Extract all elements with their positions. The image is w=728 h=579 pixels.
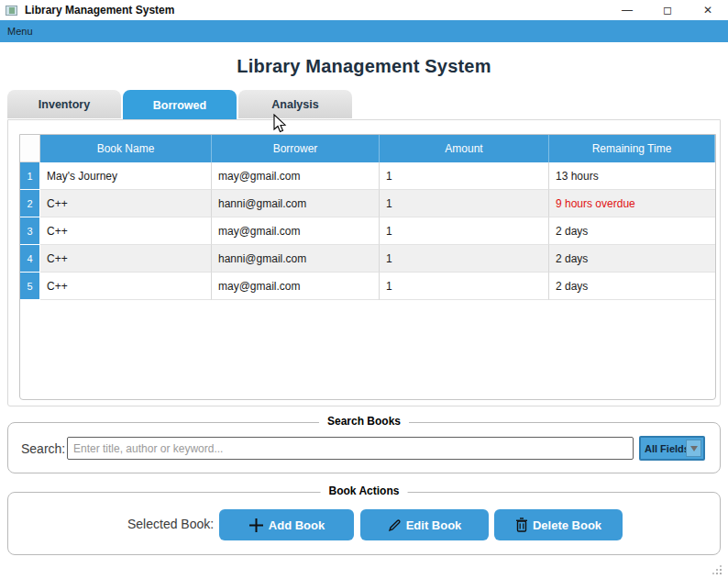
search-label: Search: [21,441,65,456]
cell-borrower[interactable]: may@gmail.com [212,273,380,300]
table-row[interactable]: 4C++hanni@gmail.com12 days [20,245,715,273]
maximize-button[interactable]: ◻ [647,0,688,20]
edit-book-button[interactable]: Edit Book [360,509,489,540]
book-actions-group: Book Actions Selected Book: Add Book Edi… [7,492,721,555]
menu-item-menu[interactable]: Menu [7,26,33,37]
plus-icon [248,518,264,533]
window-controls: — ◻ ✕ [607,0,728,20]
cell-amount[interactable]: 1 [380,245,549,273]
search-input[interactable] [67,437,634,460]
tab-inventory[interactable]: Inventory [7,90,121,118]
cell-borrower[interactable]: may@gmail.com [212,162,380,190]
borrowed-table: Book Name Borrower Amount Remaining Time… [19,134,716,400]
table-row[interactable]: 1May's Journeymay@gmail.com113 hours [20,162,715,190]
chevron-down-icon[interactable] [686,440,701,457]
table-body: 1May's Journeymay@gmail.com113 hours2C++… [20,162,715,300]
page-title: Library Management System [0,56,728,77]
search-field-dropdown[interactable]: All Fields [639,436,705,461]
cell-remaining-time[interactable]: 9 hours overdue [549,190,715,217]
cell-borrower[interactable]: may@gmail.com [212,217,380,245]
edit-book-label: Edit Book [406,518,462,532]
row-number[interactable]: 4 [20,245,40,273]
cell-remaining-time[interactable]: 2 days [549,217,715,245]
cell-amount[interactable]: 1 [380,190,549,217]
cell-amount[interactable]: 1 [380,217,549,245]
cell-book-name[interactable]: C++ [40,273,212,300]
column-header-book-name[interactable]: Book Name [40,135,212,162]
add-book-label: Add Book [269,518,325,532]
app-icon [6,6,17,16]
cell-book-name[interactable]: C++ [40,190,212,217]
add-book-button[interactable]: Add Book [219,509,354,540]
table-header-row: Book Name Borrower Amount Remaining Time [20,135,715,162]
row-number[interactable]: 3 [20,217,40,245]
cell-book-name[interactable]: May's Journey [40,162,212,190]
table-row[interactable]: 3C++may@gmail.com12 days [20,217,715,245]
app-window: Library Management System — ◻ ✕ Menu Lib… [0,0,728,579]
table-row[interactable]: 2C++hanni@gmail.com19 hours overdue [20,190,715,217]
trash-icon [515,518,528,532]
delete-book-button[interactable]: Delete Book [494,509,623,540]
cell-borrower[interactable]: hanni@gmail.com [212,190,380,217]
search-books-group: Search Books Search: All Fields [7,422,721,473]
window-title: Library Management System [25,4,174,17]
cell-remaining-time[interactable]: 2 days [549,245,715,273]
tab-bar: Inventory Borrowed Analysis [7,90,352,120]
search-row: Search: All Fields [8,423,720,473]
row-number[interactable]: 2 [20,190,40,217]
actions-row: Selected Book: Add Book Edit Book [8,493,720,554]
table-row[interactable]: 5C++may@gmail.com12 days [20,273,715,300]
tab-analysis[interactable]: Analysis [238,90,352,118]
cell-amount[interactable]: 1 [380,273,549,300]
cell-book-name[interactable]: C++ [40,245,212,273]
minimize-button[interactable]: — [607,0,647,20]
cell-amount[interactable]: 1 [380,162,549,190]
title-bar[interactable]: Library Management System — ◻ ✕ [0,0,728,20]
tab-borrowed[interactable]: Borrowed [123,90,237,120]
cell-remaining-time[interactable]: 13 hours [549,162,715,190]
cell-book-name[interactable]: C++ [40,217,212,245]
row-number[interactable]: 1 [20,162,40,190]
pencil-icon [388,518,402,532]
row-number[interactable]: 5 [20,273,40,300]
column-header-borrower[interactable]: Borrower [212,135,380,162]
cell-remaining-time[interactable]: 2 days [549,273,715,300]
borrowed-tab-panel: Book Name Borrower Amount Remaining Time… [7,119,721,406]
column-header-remaining-time[interactable]: Remaining Time [549,135,715,162]
delete-book-label: Delete Book [533,518,601,532]
dropdown-selected-value: All Fields [641,443,686,454]
cell-borrower[interactable]: hanni@gmail.com [212,245,380,273]
close-button[interactable]: ✕ [688,0,728,20]
resize-grip[interactable] [720,573,722,574]
selected-book-label: Selected Book: [127,517,214,531]
table-corner-cell [20,135,40,162]
column-header-amount[interactable]: Amount [380,135,549,162]
menu-bar: Menu [0,20,728,42]
